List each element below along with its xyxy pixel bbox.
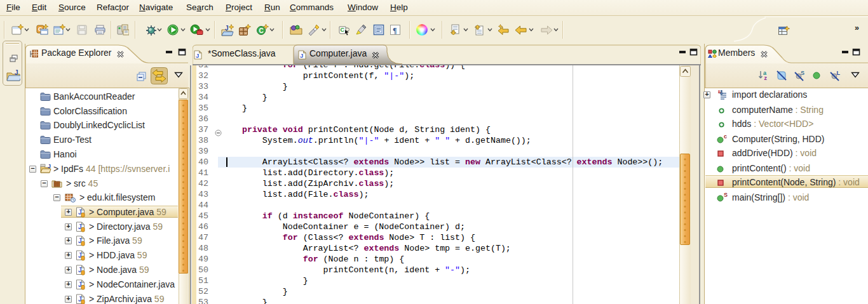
svg-text:L: L [837,70,841,76]
svg-text:J: J [196,52,199,59]
svg-text:C: C [259,27,264,34]
svg-text:¶: ¶ [393,26,397,35]
svg-text:z: z [764,75,768,81]
svg-text:S: S [801,70,804,76]
svg-text:J: J [300,52,303,59]
svg-text:J: J [225,25,229,32]
svg-text:C: C [341,27,345,33]
svg-text:J: J [15,69,18,76]
